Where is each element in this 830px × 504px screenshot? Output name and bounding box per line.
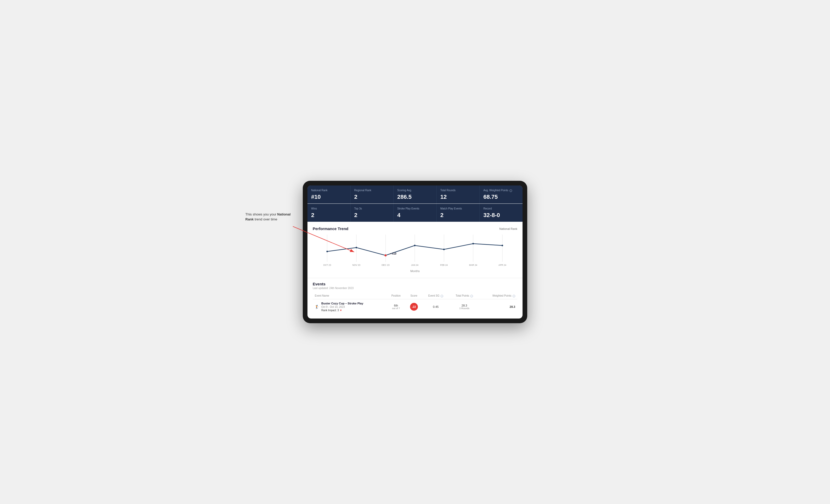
event-position: 6th	[389, 304, 403, 307]
event-date: Oct 9 - Oct 10, 2023	[321, 305, 363, 308]
stat-record-value: 32-8-0	[483, 212, 519, 219]
stat-wins-label: Wins	[311, 207, 347, 210]
event-position-sub: out of 7	[389, 307, 403, 310]
stat-national-rank-value: #10	[311, 194, 347, 200]
perf-title: Performance Trend	[313, 227, 348, 231]
rank-impact-arrow: ▼	[340, 309, 342, 312]
col-event-sg: Event SG i	[422, 293, 449, 299]
info-icon-weighted-points: i	[513, 295, 515, 297]
col-weighted-points: Weighted Points i	[479, 293, 517, 299]
svg-point-15	[502, 245, 503, 246]
chart-svg: • #10 OCT 23 NOV 23 DEC 23 JAN 24 FEB 24…	[313, 235, 517, 268]
info-icon-total-points: i	[470, 295, 473, 297]
table-row: 🏌️ Buster Cozy Cup – Stroke Play Oct 9 -…	[313, 299, 517, 314]
stat-match-play-events: Match Play Events 2	[437, 204, 479, 222]
stats-row-1: National Rank #10 Regional Rank 2 Scorin…	[308, 186, 522, 203]
tablet-frame: National Rank #10 Regional Rank 2 Scorin…	[303, 181, 527, 323]
months-label: Months	[313, 269, 517, 273]
stat-avg-weighted-points-label: Avg. Weighted Points i	[483, 189, 519, 192]
stat-scoring-avg-value: 286.5	[397, 194, 433, 200]
svg-point-11	[384, 254, 387, 257]
performance-section: Performance Trend National Rank	[308, 222, 522, 278]
stat-stroke-play-label: Stroke Play Events	[397, 207, 433, 210]
event-weighted-points: 28.3	[510, 305, 515, 308]
stat-wins: Wins 2	[308, 204, 350, 222]
events-title: Events	[313, 282, 517, 286]
svg-text:MAR 24: MAR 24	[469, 264, 477, 266]
stat-total-rounds-label: Total Rounds	[440, 189, 476, 192]
event-position-cell: 6th out of 7	[387, 299, 405, 314]
svg-text:• #10: • #10	[390, 252, 396, 255]
stat-regional-rank-label: Regional Rank	[354, 189, 390, 192]
event-total-rounds: 3 Rounds	[451, 307, 477, 310]
stat-scoring-avg-label: Scoring Avg.	[397, 189, 433, 192]
info-icon-weighted: i	[509, 190, 512, 192]
rank-impact: Rank Impact: 3 ▼	[321, 309, 363, 312]
event-weighted-points-cell: 28.3	[479, 299, 517, 314]
chart-container: • #10 OCT 23 NOV 23 DEC 23 JAN 24 FEB 24…	[313, 235, 517, 268]
content-area: National Rank #10 Regional Rank 2 Scorin…	[308, 186, 522, 318]
events-table: Event Name Position Score Event SG i Tot…	[313, 293, 517, 314]
tablet-screen: National Rank #10 Regional Rank 2 Scorin…	[308, 186, 522, 318]
svg-text:DEC 23: DEC 23	[382, 264, 389, 266]
annotation-text: This shows you your National Rank trend …	[245, 212, 292, 222]
col-score: Score	[405, 293, 422, 299]
col-total-points: Total Points i	[449, 293, 479, 299]
stat-total-rounds-value: 12	[440, 194, 476, 200]
col-position: Position	[387, 293, 405, 299]
svg-text:APR 24: APR 24	[499, 264, 506, 266]
stat-match-play-label: Match Play Events	[440, 207, 476, 210]
svg-point-9	[326, 251, 328, 252]
events-updated: Last updated: 24th November 2023	[313, 287, 517, 290]
stat-avg-weighted-points: Avg. Weighted Points i 68.75	[480, 186, 522, 203]
stat-top3s-label: Top 3s	[354, 207, 390, 210]
stat-avg-weighted-points-value: 68.75	[483, 194, 519, 200]
event-sg-value: 0.45	[433, 305, 439, 308]
stat-wins-value: 2	[311, 212, 347, 219]
stat-scoring-avg: Scoring Avg. 286.5	[393, 186, 437, 203]
stat-top3s-value: 2	[354, 212, 390, 219]
svg-point-10	[355, 247, 357, 248]
svg-text:JAN 24: JAN 24	[411, 264, 418, 266]
event-score-cell: -22	[405, 299, 422, 314]
score-badge: -22	[410, 303, 418, 311]
stats-row-2: Wins 2 Top 3s 2 Stroke Play Events 4 Mat…	[308, 204, 522, 222]
stat-national-rank-label: National Rank	[311, 189, 347, 192]
col-event-name: Event Name	[313, 293, 387, 299]
perf-header: Performance Trend National Rank	[313, 227, 517, 231]
event-total-points-cell: 28.3 3 Rounds	[449, 299, 479, 314]
event-name: Buster Cozy Cup – Stroke Play	[321, 302, 363, 305]
perf-label: National Rank	[499, 227, 517, 230]
event-name-cell: 🏌️ Buster Cozy Cup – Stroke Play Oct 9 -…	[313, 299, 387, 314]
svg-text:NOV 23: NOV 23	[352, 264, 360, 266]
event-sg-cell: 0.45	[422, 299, 449, 314]
event-type-icon: 🏌️	[315, 305, 319, 309]
svg-point-12	[414, 245, 416, 246]
event-total-points: 28.3	[451, 304, 477, 307]
svg-point-13	[443, 248, 445, 250]
stat-record-label: Record	[483, 207, 519, 210]
stat-record: Record 32-8-0	[480, 204, 522, 222]
stat-stroke-play-events: Stroke Play Events 4	[393, 204, 437, 222]
stat-regional-rank: Regional Rank 2	[351, 186, 393, 203]
svg-text:FEB 24: FEB 24	[440, 264, 448, 266]
info-icon-sg: i	[441, 295, 443, 297]
stat-regional-rank-value: 2	[354, 194, 390, 200]
events-section: Events Last updated: 24th November 2023 …	[308, 278, 522, 318]
stat-match-play-value: 2	[440, 212, 476, 219]
stat-top3s: Top 3s 2	[351, 204, 393, 222]
stat-stroke-play-value: 4	[397, 212, 433, 219]
stat-total-rounds: Total Rounds 12	[437, 186, 479, 203]
stat-national-rank: National Rank #10	[308, 186, 350, 203]
svg-text:OCT 23: OCT 23	[323, 264, 331, 266]
svg-point-14	[472, 243, 474, 244]
